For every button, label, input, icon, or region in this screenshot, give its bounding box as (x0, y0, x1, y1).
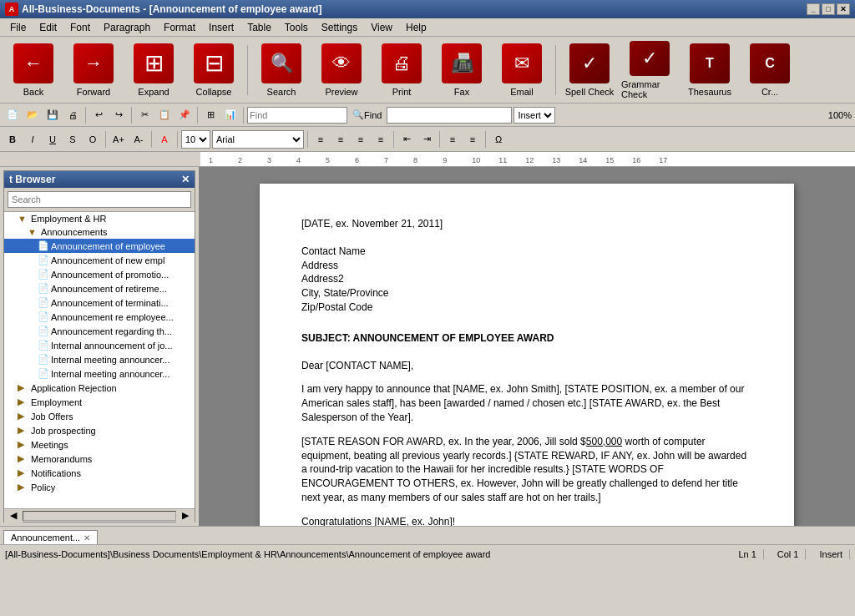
horizontal-scrollbar[interactable]: ◀ ▶ (4, 508, 195, 522)
thesaurus-button[interactable]: T Thesaurus (681, 41, 738, 99)
tree-item-announcement-regarding[interactable]: 📄 Announcement regarding th... (4, 324, 195, 338)
document-page: [DATE, ex. November 21, 2011] Contact Na… (260, 184, 794, 526)
tree-item-announcement-termination[interactable]: 📄 Announcement of terminati... (4, 295, 195, 310)
tree-folder-application-rejection[interactable]: ▶ Application Rejection (4, 381, 195, 395)
bullet-list-button[interactable]: ≡ (443, 130, 462, 149)
scroll-left-btn[interactable]: ◀ (4, 509, 23, 523)
menu-settings[interactable]: Settings (315, 20, 364, 35)
tree-folder-job-prospecting[interactable]: ▶ Job prospecting (4, 423, 195, 437)
forward-icon: → (73, 43, 114, 83)
tree-item-announcement-employee[interactable]: 📄 Announcement of employee (4, 239, 195, 253)
print-button[interactable]: 🖨 Print (373, 41, 430, 99)
tree-folder-employment-hr[interactable]: ▼ Employment & HR (4, 212, 195, 225)
indent-decrease-button[interactable]: ⇤ (397, 130, 416, 149)
search-icon: 🔍 (261, 43, 301, 83)
maximize-button[interactable]: □ (822, 3, 835, 15)
collapse-button[interactable]: ⊟ Collapse (185, 41, 242, 99)
panel-close-button[interactable]: ✕ (181, 174, 190, 185)
spell-check-button[interactable]: ✓ Spell Check (561, 41, 618, 99)
tree-folder-policy[interactable]: ▶ Policy (4, 480, 195, 494)
font-size-select[interactable]: 10 (181, 130, 210, 149)
scroll-track[interactable] (23, 511, 176, 521)
tab-label: Announcement... (11, 533, 80, 543)
document-area[interactable]: [DATE, ex. November 21, 2011] Contact Na… (199, 167, 855, 526)
cut-btn[interactable]: ✂ (135, 106, 154, 124)
search-input[interactable] (8, 191, 191, 208)
new-btn[interactable]: 📄 (3, 106, 22, 124)
email-button[interactable]: ✉ Email (493, 41, 550, 99)
menu-font[interactable]: Font (63, 20, 97, 35)
tab-close-button[interactable]: ✕ (83, 533, 90, 543)
menu-format[interactable]: Format (157, 20, 202, 35)
find-button[interactable]: 🔍 Find (349, 106, 385, 124)
chart-btn[interactable]: 📊 (221, 106, 240, 124)
align-right-button[interactable]: ≡ (352, 130, 370, 149)
save-btn[interactable]: 💾 (43, 106, 62, 124)
tree-label-internal-meeting-1: Internal meeting announcer... (51, 355, 169, 365)
menu-paragraph[interactable]: Paragraph (97, 20, 157, 35)
insert-dropdown[interactable]: Insert (514, 107, 555, 124)
preview-button[interactable]: 👁 Preview (313, 41, 370, 99)
menu-insert[interactable]: Insert (202, 20, 240, 35)
doc-congratulations: Congratulations [NAME, ex. John]! (301, 515, 752, 526)
tree-folder-meetings[interactable]: ▶ Meetings (4, 437, 195, 452)
menu-table[interactable]: Table (240, 20, 278, 35)
tree-folder-announcements[interactable]: ▼ Announcements (4, 225, 195, 239)
menu-file[interactable]: File (3, 20, 33, 35)
minimize-button[interactable]: _ (807, 3, 820, 15)
font-decrease-button[interactable]: A- (129, 130, 148, 149)
align-justify-button[interactable]: ≡ (372, 130, 390, 149)
tree-item-announcement-retirement[interactable]: 📄 Announcement of retireme... (4, 281, 195, 295)
cr-button[interactable]: C Cr... (741, 41, 798, 99)
table-btn[interactable]: ⊞ (201, 106, 220, 124)
scroll-right-btn[interactable]: ▶ (176, 509, 195, 523)
grammar-check-button[interactable]: ✓ Grammar Check (621, 41, 678, 99)
open-btn[interactable]: 📂 (23, 106, 42, 124)
back-button[interactable]: ← Back (5, 41, 62, 99)
copy-btn[interactable]: 📋 (155, 106, 174, 124)
menu-view[interactable]: View (364, 20, 399, 35)
font-name-select[interactable]: Arial (212, 130, 304, 149)
expand-button[interactable]: ⊞ Expand (125, 41, 182, 99)
tree-item-announcement-re[interactable]: 📄 Announcement re employee... (4, 310, 195, 324)
align-left-button[interactable]: ≡ (311, 130, 330, 149)
fax-icon: 📠 (442, 43, 482, 83)
underline-button[interactable]: U (43, 130, 62, 149)
menu-edit[interactable]: Edit (33, 20, 63, 35)
align-center-button[interactable]: ≡ (331, 130, 350, 149)
tree-folder-job-offers[interactable]: ▶ Job Offers (4, 409, 195, 423)
undo-btn[interactable]: ↩ (89, 106, 108, 124)
tree-item-internal-announcement[interactable]: 📄 Internal announcement of jo... (4, 338, 195, 352)
print2-btn[interactable]: 🖨 (63, 106, 82, 124)
redo-btn[interactable]: ↪ (109, 106, 128, 124)
doc-paragraph1: I am very happy to announce that [NAME, … (301, 382, 752, 424)
italic-button[interactable]: I (23, 130, 42, 149)
paste-btn[interactable]: 📌 (175, 106, 194, 124)
special-char-button[interactable]: Ω (489, 130, 508, 149)
tree-item-internal-meeting-2[interactable]: 📄 Internal meeting announcer... (4, 366, 195, 381)
bold-button[interactable]: B (3, 130, 22, 149)
menu-tools[interactable]: Tools (278, 20, 315, 35)
tree-item-announcement-promotion[interactable]: 📄 Announcement of promotio... (4, 267, 195, 281)
find-input[interactable] (247, 107, 347, 124)
doc-paragraph2: [STATE REASON FOR AWARD, ex. In the year… (301, 435, 752, 505)
indent-increase-button[interactable]: ⇥ (417, 130, 436, 149)
forward-button[interactable]: → Forward (65, 41, 122, 99)
font-increase-button[interactable]: A+ (109, 130, 128, 149)
tree-item-announcement-new[interactable]: 📄 Announcement of new empl (4, 253, 195, 267)
tree-item-internal-meeting-1[interactable]: 📄 Internal meeting announcer... (4, 352, 195, 366)
fax-button[interactable]: 📠 Fax (433, 41, 490, 99)
close-button[interactable]: ✕ (837, 3, 850, 15)
document-tab[interactable]: Announcement... ✕ (3, 530, 98, 544)
insert-input[interactable] (387, 107, 512, 124)
tree-folder-memorandums[interactable]: ▶ Memorandums (4, 452, 195, 466)
strikethrough-button[interactable]: S (63, 130, 82, 149)
font-color-button[interactable]: A (155, 130, 174, 149)
document-browser: t Browser ✕ ▼ Employment & HR ▼ Announce… (3, 170, 195, 523)
tree-folder-employment[interactable]: ▶ Employment (4, 395, 195, 409)
search-button[interactable]: 🔍 Search (253, 41, 310, 99)
menu-help[interactable]: Help (399, 20, 433, 35)
outline-button[interactable]: O (83, 130, 102, 149)
numbered-list-button[interactable]: ≡ (463, 130, 482, 149)
tree-folder-notifications[interactable]: ▶ Notifications (4, 466, 195, 480)
